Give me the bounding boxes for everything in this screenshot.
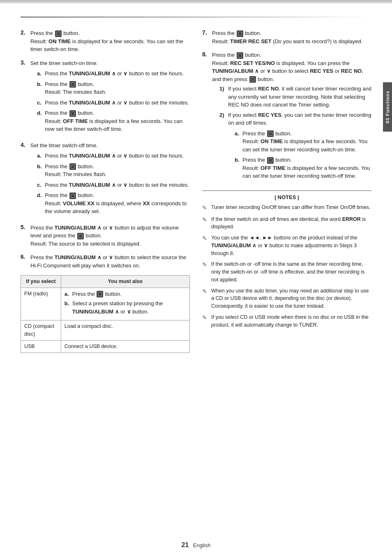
note-6-text: If you select CD or USB mode when there …: [211, 313, 371, 329]
step-4c: c. Press the TUNING/ALBUM ∧ or ∨ button …: [37, 181, 190, 189]
step-7-body: Press the button. Result: TIMER REC SET …: [212, 29, 371, 45]
step-4-header: 4. Set the timer switch-off time. a. Pre…: [21, 142, 190, 218]
step-6-header: 6. Press the TUNING/ALBUM ∧ or ∨ button …: [21, 253, 190, 269]
step-4a-label: a.: [37, 152, 43, 160]
step-7: 7. Press the button. Result: TIMER REC S…: [202, 29, 371, 45]
step-4b-body: Press the button.Result: The minutes fla…: [45, 162, 190, 179]
fm-step-b-text: Select a preset station by pressing the …: [72, 299, 186, 316]
button-icon: [249, 76, 256, 83]
step-3d-label: d.: [37, 109, 43, 133]
step-8-substeps: 1) If you select REC NO, it will cancel …: [219, 85, 371, 183]
button-icon: [55, 30, 62, 37]
notes-section: | NOTES | ✎ Tuner timer recording On/Off…: [202, 190, 371, 329]
note-2: ✎ If the timer switch on and off times a…: [202, 216, 371, 231]
step-3a: a. Press the TUNING/ALBUM ∧ or ∨ button …: [37, 70, 190, 78]
note-2-text: If the timer switch on and off times are…: [211, 216, 371, 231]
fm-step-a-text: Press the button.: [72, 290, 122, 298]
page-language: English: [193, 542, 211, 548]
step-4d-body: Press the button.Result: VOLUME XX is di…: [45, 191, 190, 216]
step-3d-body: Press the button.Result: OFF TIME is dis…: [45, 109, 190, 133]
note-icon-6: ✎: [202, 313, 209, 329]
table-row-cd: CD (compact disc) Load a compact disc.: [21, 320, 190, 341]
step-8-2-label: 2): [219, 111, 226, 183]
step-8-2a: a. Press the button.Result: ON TIME is d…: [235, 130, 371, 154]
button-icon: [267, 130, 274, 137]
step-8-1: 1) If you select REC NO, it will cancel …: [219, 85, 371, 109]
step-4-body: Set the timer switch-off time. a. Press …: [30, 142, 190, 218]
step-3d: d. Press the button.Result: OFF TIME is …: [37, 109, 190, 133]
step-4-intro: Set the timer switch-off time.: [30, 142, 98, 149]
table-row-fm: FM (radio) a. Press the button. b. Selec…: [21, 288, 190, 320]
step-3-number: 3.: [21, 59, 28, 66]
fm-step-a-label: a.: [65, 290, 70, 298]
step-6-number: 6.: [21, 253, 28, 260]
step-8-body: Press the button. Result: REC SET YES/NO…: [212, 51, 371, 185]
result-label: ON TIME: [48, 38, 71, 44]
button-icon: [69, 110, 76, 117]
step-2-body: Press the button. Result: ON TIME is dis…: [30, 29, 190, 53]
step-8-2b: b. Press the button.Result: OFF TIME is …: [235, 156, 371, 180]
note-1: ✎ Tuner timer recording On/Off times can…: [202, 204, 371, 212]
step-3-body: Set the timer switch-on time. a. Press t…: [30, 59, 190, 136]
note-4: ✎ If the switch-on or -off time is the s…: [202, 260, 371, 283]
step-2: 2. Press the button. Result: ON TIME is …: [21, 29, 190, 53]
notes-title: | NOTES |: [202, 194, 371, 200]
step-4: 4. Set the timer switch-off time. a. Pre…: [21, 142, 190, 218]
button-icon: [69, 81, 76, 88]
section-tab: 03 Functions: [383, 82, 392, 132]
step-8-text: Press the button. Result: REC SET YES/NO…: [212, 52, 363, 82]
step-2-header: 2. Press the button. Result: ON TIME is …: [21, 29, 190, 53]
note-icon-1: ✎: [202, 204, 209, 212]
table-cell-fm-label: FM (radio): [21, 288, 61, 320]
step-8: 8. Press the button. Result: REC SET YES…: [202, 51, 371, 185]
step-8-1-label: 1): [219, 85, 226, 109]
section-divider: [21, 16, 371, 18]
note-6: ✎ If you select CD or USB mode when ther…: [202, 313, 371, 329]
step-8-2-substeps: a. Press the button.Result: ON TIME is d…: [235, 130, 371, 180]
top-decorative-bar: [0, 0, 392, 3]
step-6-text: Press the TUNING/ALBUM ∧ or ∨ button to …: [30, 254, 186, 269]
table-cell-fm-action: a. Press the button. b. Select a preset …: [61, 288, 189, 320]
step-3-intro: Set the timer switch-on time.: [30, 60, 98, 66]
note-5-text: When you use the auto timer, you may nee…: [211, 287, 371, 310]
step-3b: b. Press the button.Result: The minutes …: [37, 80, 190, 96]
step-6-body: Press the TUNING/ALBUM ∧ or ∨ button to …: [30, 253, 190, 269]
left-column: 2. Press the button. Result: ON TIME is …: [21, 29, 190, 353]
step-8-2a-label: a.: [235, 130, 240, 154]
button-icon: [69, 193, 76, 199]
step-4-number: 4.: [21, 142, 28, 148]
note-1-text: Tuner timer recording On/Off times can d…: [211, 204, 371, 212]
step-3c: c. Press the TUNING/ALBUM ∧ or ∨ button …: [37, 99, 190, 107]
note-icon-4: ✎: [202, 260, 209, 283]
right-column: 7. Press the button. Result: TIMER REC S…: [202, 29, 371, 353]
button-icon: [237, 30, 243, 37]
note-icon-3: ✎: [202, 234, 209, 257]
step-4c-body: Press the TUNING/ALBUM ∧ or ∨ button to …: [45, 181, 190, 189]
step-5-text: Press the TUNING/ALBUM ∧ or ∨ button to …: [30, 225, 179, 247]
note-5: ✎ When you use the auto timer, you may n…: [202, 287, 371, 310]
step-3c-body: Press the TUNING/ALBUM ∧ or ∨ button to …: [45, 99, 190, 107]
step-8-2-body: If you select REC YES, you can set the t…: [228, 111, 371, 183]
selection-table: If you select You must also FM (radio) a…: [21, 275, 190, 353]
step-4a-body: Press the TUNING/ALBUM ∧ or ∨ button to …: [45, 152, 190, 160]
note-3: ✎ You can use the ◄◄, ►► buttons on the …: [202, 234, 371, 257]
main-content: 2. Press the button. Result: ON TIME is …: [21, 25, 371, 353]
step-6: 6. Press the TUNING/ALBUM ∧ or ∨ button …: [21, 253, 190, 269]
step-4d: d. Press the button.Result: VOLUME XX is…: [37, 191, 190, 216]
note-icon-2: ✎: [202, 216, 209, 231]
step-8-2: 2) If you select REC YES, you can set th…: [219, 111, 371, 183]
step-3: 3. Set the timer switch-on time. a. Pres…: [21, 59, 190, 136]
step-5-number: 5.: [21, 224, 28, 230]
table-cell-cd-action: Load a compact disc.: [61, 320, 189, 341]
button-icon: [69, 163, 76, 170]
button-icon: [237, 52, 243, 59]
button-icon: [97, 291, 103, 297]
table-cell-usb-label: USB: [21, 340, 61, 353]
step-8-header: 8. Press the button. Result: REC SET YES…: [202, 51, 371, 185]
table-header-select: If you select: [21, 276, 61, 288]
fm-step-a: a. Press the button.: [65, 290, 186, 298]
step-7-number: 7.: [202, 29, 210, 36]
page-number: 21: [182, 541, 189, 548]
step-2-number: 2.: [21, 29, 28, 36]
step-3a-label: a.: [37, 70, 43, 78]
